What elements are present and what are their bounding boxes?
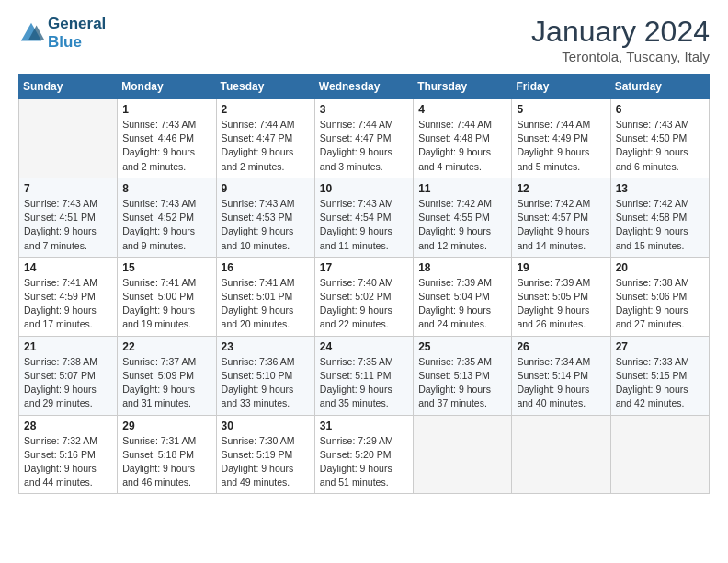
calendar-cell: 16Sunrise: 7:41 AM Sunset: 5:01 PM Dayli… <box>216 257 314 336</box>
day-info: Sunrise: 7:35 AM Sunset: 5:13 PM Dayligh… <box>418 355 506 411</box>
column-header-saturday: Saturday <box>610 75 709 99</box>
calendar-cell: 1Sunrise: 7:43 AM Sunset: 4:46 PM Daylig… <box>118 99 216 178</box>
calendar-cell: 25Sunrise: 7:35 AM Sunset: 5:13 PM Dayli… <box>414 336 512 415</box>
column-header-thursday: Thursday <box>414 75 512 99</box>
day-info: Sunrise: 7:43 AM Sunset: 4:54 PM Dayligh… <box>320 197 408 253</box>
day-number: 10 <box>320 182 408 195</box>
day-info: Sunrise: 7:44 AM Sunset: 4:47 PM Dayligh… <box>320 118 408 174</box>
day-info: Sunrise: 7:42 AM Sunset: 4:57 PM Dayligh… <box>517 197 605 253</box>
day-number: 11 <box>418 182 506 195</box>
day-number: 18 <box>418 261 506 274</box>
day-info: Sunrise: 7:30 AM Sunset: 5:19 PM Dayligh… <box>222 434 310 490</box>
day-info: Sunrise: 7:31 AM Sunset: 5:18 PM Dayligh… <box>122 434 210 490</box>
calendar-cell: 23Sunrise: 7:36 AM Sunset: 5:10 PM Dayli… <box>216 336 314 415</box>
day-info: Sunrise: 7:36 AM Sunset: 5:10 PM Dayligh… <box>222 355 310 411</box>
day-info: Sunrise: 7:38 AM Sunset: 5:07 PM Dayligh… <box>24 355 112 411</box>
calendar-cell: 30Sunrise: 7:30 AM Sunset: 5:19 PM Dayli… <box>216 415 314 494</box>
day-number: 4 <box>418 103 506 116</box>
day-number: 12 <box>517 182 605 195</box>
calendar-cell <box>414 415 512 494</box>
day-number: 19 <box>517 261 605 274</box>
day-info: Sunrise: 7:43 AM Sunset: 4:51 PM Dayligh… <box>24 197 112 253</box>
day-number: 30 <box>222 419 310 432</box>
calendar-cell: 10Sunrise: 7:43 AM Sunset: 4:54 PM Dayli… <box>314 178 413 257</box>
header: General Blue January 2024 Terontola, Tus… <box>18 15 710 64</box>
day-number: 21 <box>24 340 112 353</box>
day-info: Sunrise: 7:41 AM Sunset: 5:01 PM Dayligh… <box>222 276 310 332</box>
day-number: 9 <box>222 182 310 195</box>
day-info: Sunrise: 7:37 AM Sunset: 5:09 PM Dayligh… <box>122 355 210 411</box>
calendar-cell: 18Sunrise: 7:39 AM Sunset: 5:04 PM Dayli… <box>414 257 512 336</box>
day-number: 24 <box>320 340 408 353</box>
calendar-cell: 15Sunrise: 7:41 AM Sunset: 5:00 PM Dayli… <box>118 257 216 336</box>
day-number: 1 <box>122 103 210 116</box>
day-info: Sunrise: 7:43 AM Sunset: 4:46 PM Dayligh… <box>122 118 210 174</box>
calendar-cell: 9Sunrise: 7:43 AM Sunset: 4:53 PM Daylig… <box>216 178 314 257</box>
logo-blue: Blue <box>48 33 106 52</box>
calendar-table: SundayMondayTuesdayWednesdayThursdayFrid… <box>18 74 710 494</box>
day-number: 6 <box>616 103 704 116</box>
day-number: 16 <box>222 261 310 274</box>
day-info: Sunrise: 7:40 AM Sunset: 5:02 PM Dayligh… <box>320 276 408 332</box>
calendar-cell: 28Sunrise: 7:32 AM Sunset: 5:16 PM Dayli… <box>19 415 118 494</box>
calendar-cell: 7Sunrise: 7:43 AM Sunset: 4:51 PM Daylig… <box>19 178 118 257</box>
day-info: Sunrise: 7:43 AM Sunset: 4:50 PM Dayligh… <box>616 118 704 174</box>
day-info: Sunrise: 7:41 AM Sunset: 5:00 PM Dayligh… <box>122 276 210 332</box>
calendar-cell <box>512 415 610 494</box>
calendar-cell: 14Sunrise: 7:41 AM Sunset: 4:59 PM Dayli… <box>19 257 118 336</box>
calendar-cell: 22Sunrise: 7:37 AM Sunset: 5:09 PM Dayli… <box>118 336 216 415</box>
day-info: Sunrise: 7:35 AM Sunset: 5:11 PM Dayligh… <box>320 355 408 411</box>
calendar-cell: 4Sunrise: 7:44 AM Sunset: 4:48 PM Daylig… <box>414 99 512 178</box>
day-number: 25 <box>418 340 506 353</box>
calendar-week-row: 1Sunrise: 7:43 AM Sunset: 4:46 PM Daylig… <box>19 99 710 178</box>
day-number: 7 <box>24 182 112 195</box>
calendar-cell: 12Sunrise: 7:42 AM Sunset: 4:57 PM Dayli… <box>512 178 610 257</box>
calendar-cell: 31Sunrise: 7:29 AM Sunset: 5:20 PM Dayli… <box>314 415 413 494</box>
day-number: 2 <box>222 103 310 116</box>
calendar-cell: 2Sunrise: 7:44 AM Sunset: 4:47 PM Daylig… <box>216 99 314 178</box>
calendar-cell: 24Sunrise: 7:35 AM Sunset: 5:11 PM Dayli… <box>314 336 413 415</box>
calendar-cell: 29Sunrise: 7:31 AM Sunset: 5:18 PM Dayli… <box>118 415 216 494</box>
day-info: Sunrise: 7:29 AM Sunset: 5:20 PM Dayligh… <box>320 434 408 490</box>
day-number: 28 <box>24 419 112 432</box>
day-number: 20 <box>616 261 704 274</box>
calendar-cell: 6Sunrise: 7:43 AM Sunset: 4:50 PM Daylig… <box>610 99 709 178</box>
month-title: January 2024 <box>531 15 710 49</box>
day-number: 23 <box>222 340 310 353</box>
calendar-header-row: SundayMondayTuesdayWednesdayThursdayFrid… <box>19 75 710 99</box>
day-number: 17 <box>320 261 408 274</box>
calendar-cell: 5Sunrise: 7:44 AM Sunset: 4:49 PM Daylig… <box>512 99 610 178</box>
day-number: 27 <box>616 340 704 353</box>
day-number: 14 <box>24 261 112 274</box>
day-number: 8 <box>122 182 210 195</box>
day-info: Sunrise: 7:43 AM Sunset: 4:53 PM Dayligh… <box>222 197 310 253</box>
day-number: 15 <box>122 261 210 274</box>
calendar-cell: 13Sunrise: 7:42 AM Sunset: 4:58 PM Dayli… <box>610 178 709 257</box>
column-header-tuesday: Tuesday <box>216 75 314 99</box>
column-header-friday: Friday <box>512 75 610 99</box>
calendar-cell: 11Sunrise: 7:42 AM Sunset: 4:55 PM Dayli… <box>414 178 512 257</box>
calendar-cell <box>19 99 118 178</box>
column-header-monday: Monday <box>118 75 216 99</box>
logo-icon <box>18 20 44 46</box>
calendar-cell: 26Sunrise: 7:34 AM Sunset: 5:14 PM Dayli… <box>512 336 610 415</box>
calendar-cell: 27Sunrise: 7:33 AM Sunset: 5:15 PM Dayli… <box>610 336 709 415</box>
day-info: Sunrise: 7:33 AM Sunset: 5:15 PM Dayligh… <box>616 355 704 411</box>
calendar-week-row: 21Sunrise: 7:38 AM Sunset: 5:07 PM Dayli… <box>19 336 710 415</box>
calendar-cell: 19Sunrise: 7:39 AM Sunset: 5:05 PM Dayli… <box>512 257 610 336</box>
day-info: Sunrise: 7:42 AM Sunset: 4:58 PM Dayligh… <box>616 197 704 253</box>
page: General Blue January 2024 Terontola, Tus… <box>0 0 728 563</box>
calendar-cell: 3Sunrise: 7:44 AM Sunset: 4:47 PM Daylig… <box>314 99 413 178</box>
calendar-cell <box>610 415 709 494</box>
column-header-sunday: Sunday <box>19 75 118 99</box>
day-number: 3 <box>320 103 408 116</box>
day-number: 26 <box>517 340 605 353</box>
day-info: Sunrise: 7:44 AM Sunset: 4:49 PM Dayligh… <box>517 118 605 174</box>
logo-general: General <box>48 15 106 33</box>
day-info: Sunrise: 7:41 AM Sunset: 4:59 PM Dayligh… <box>24 276 112 332</box>
calendar-cell: 21Sunrise: 7:38 AM Sunset: 5:07 PM Dayli… <box>19 336 118 415</box>
column-header-wednesday: Wednesday <box>314 75 413 99</box>
day-info: Sunrise: 7:44 AM Sunset: 4:47 PM Dayligh… <box>222 118 310 174</box>
day-info: Sunrise: 7:32 AM Sunset: 5:16 PM Dayligh… <box>24 434 112 490</box>
day-info: Sunrise: 7:42 AM Sunset: 4:55 PM Dayligh… <box>418 197 506 253</box>
